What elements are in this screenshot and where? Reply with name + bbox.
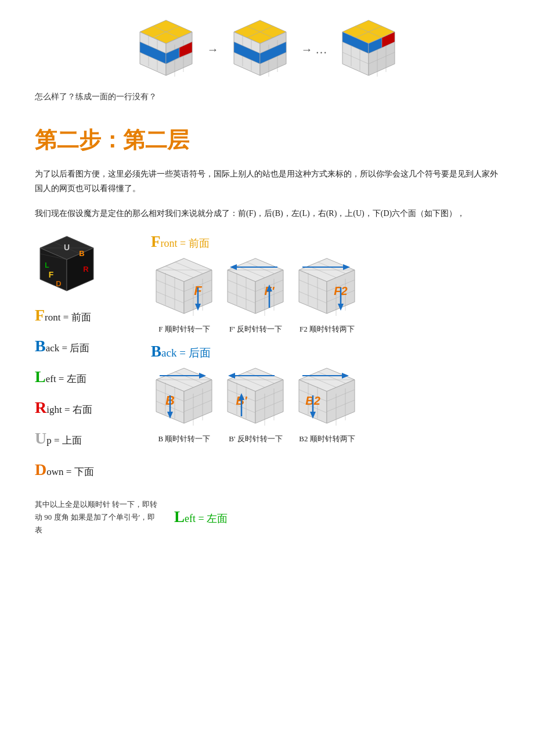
f2-caption: F2 顺时针转两下 [294,324,360,334]
cube-B2: B2 B2 顺时针转两下 [294,365,360,444]
cube-F: F F 顺时针转一下 [151,255,218,334]
back-diagrams-row: B B 顺时针转一下 [151,365,499,444]
letter-L: L [35,368,46,386]
back-section-label-row: Back = 后面 [151,343,499,361]
legend-front: Front = 前面 [35,304,139,326]
bprime-caption: B' 反时针转一下 [222,434,289,444]
svg-text:D: D [56,279,61,288]
svg-marker-159 [228,373,235,379]
main-layout: U F L B R D Front = 前面 Back = 后面 Left = … [35,233,499,489]
svg-text:F: F [48,270,53,279]
arrow-2: → … [301,43,327,56]
b-caption: B 顺时针转一下 [151,434,218,444]
legend-left: Left = 左面 [35,365,139,388]
b2-caption: B2 顺时针转两下 [294,434,360,444]
letter-B: B [35,337,46,355]
f-caption: F 顺时针转一下 [151,324,218,334]
cube-F2: F2 F2 顺时针转两下 [294,255,360,334]
diagrams-column: Front = 前面 [151,233,499,489]
section-title: 第二步：第二层 [35,125,499,155]
left-note-label: Left = 左面 [174,504,228,531]
cube-Fprime: F' F' 反时针转一下 [222,255,289,334]
arrow-1: → [207,43,219,56]
bottom-note: 其中以上全是以顺时针 转一下，即转动 90 度角 如果是加了个单引号'，即表 L… [35,498,499,537]
intro-text-2: 我们现在假设魔方是定住的那么相对我们来说就分成了：前(F)，后(B)，左(L)，… [35,206,499,221]
legend-up: Up = 上面 [35,427,139,449]
top-cubes-section: → → … [35,17,499,81]
letter-F: F [35,306,45,324]
svg-text:B: B [79,249,84,258]
top-cube-1 [134,17,198,81]
back-section-label: Back = 后面 [151,347,211,359]
letter-U: U [35,429,46,447]
intro-text-1: 为了以后看图方便，这里必须先讲一些英语符号，国际上别人的站也是用这种方式来标的，… [35,167,499,196]
fprime-caption: F' 反时针转一下 [222,324,289,334]
letter-D: D [35,460,46,478]
legend-column: U F L B R D Front = 前面 Back = 后面 Left = … [35,233,139,489]
legend-back: Back = 后面 [35,334,139,357]
legend-right: Right = 右面 [35,396,139,419]
question-text: 怎么样了？练成一面的一行没有？ [35,92,499,102]
top-cube-3 [337,17,400,81]
top-cube-2 [228,17,292,81]
svg-text:R: R [83,265,89,273]
svg-text:U: U [63,243,69,252]
front-section-label-row: Front = 前面 [151,233,499,251]
front-diagrams-row: F F 顺时针转一下 [151,255,499,334]
svg-text:L: L [45,261,49,269]
letter-R: R [35,398,46,416]
photo-cube: U F L B R D [35,233,99,297]
cube-Bprime: B' B' 反时针转一下 [222,365,289,444]
legend-down: Down = 下面 [35,458,139,481]
cube-B: B B 顺时针转一下 [151,365,218,444]
bottom-note-paragraph: 其中以上全是以顺时针 转一下，即转动 90 度角 如果是加了个单引号'，即表 [35,498,163,537]
front-section-label: Front = 前面 [151,233,210,251]
bottom-note-text: 其中以上全是以顺时针 转一下，即转动 90 度角 如果是加了个单引号'，即表 [35,498,163,537]
